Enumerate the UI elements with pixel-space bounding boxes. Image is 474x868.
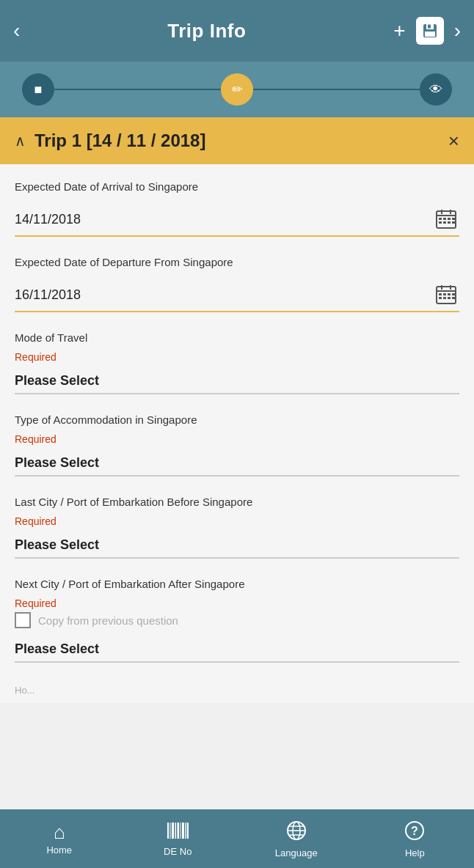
trip-header: ∧ Trip 1 [14 / 11 / 2018] × — [0, 117, 474, 164]
accommodation-placeholder: Please Select — [15, 455, 459, 471]
form-content: Expected Date of Arrival to Singapore 14… — [0, 164, 474, 703]
barcode-icon — [167, 821, 189, 843]
language-icon — [285, 820, 307, 845]
svg-rect-9 — [443, 218, 446, 220]
mode-of-travel-group: Mode of Travel Required Please Select — [15, 330, 459, 394]
accommodation-select[interactable]: Please Select — [15, 448, 459, 477]
trip-title: Trip 1 [14 / 11 / 2018] — [34, 130, 440, 151]
svg-rect-34 — [182, 823, 184, 839]
nav-home-label: Home — [46, 845, 72, 856]
mode-select[interactable]: Please Select — [15, 366, 459, 394]
last-city-label: Last City / Port of Embarkation Before S… — [15, 494, 459, 510]
svg-rect-31 — [175, 823, 177, 839]
home-icon: ⌂ — [54, 823, 65, 842]
svg-rect-15 — [452, 221, 455, 224]
nav-language[interactable]: Language — [237, 809, 356, 868]
next-city-group: Next City / Port of Embarkation After Si… — [15, 576, 459, 663]
mode-required: Required — [15, 351, 459, 363]
svg-rect-35 — [186, 823, 187, 839]
step1-icon: ■ — [34, 82, 43, 98]
svg-rect-21 — [443, 293, 446, 295]
departure-date-value: 16/11/2018 — [15, 287, 433, 303]
last-city-select[interactable]: Please Select — [15, 530, 459, 559]
last-city-placeholder: Please Select — [15, 537, 459, 553]
departure-calendar-icon[interactable] — [433, 282, 459, 308]
svg-text:?: ? — [411, 825, 418, 837]
svg-rect-36 — [187, 823, 189, 839]
progress-line-2 — [253, 89, 420, 90]
svg-rect-30 — [172, 823, 174, 839]
progress-step-2[interactable]: ✏ — [221, 73, 253, 106]
copy-checkbox[interactable] — [15, 612, 31, 628]
arrival-label: Expected Date of Arrival to Singapore — [15, 179, 459, 194]
arrival-date-group: Expected Date of Arrival to Singapore 14… — [15, 179, 459, 237]
header-actions: + › — [393, 17, 461, 45]
svg-rect-8 — [439, 218, 442, 220]
arrival-date-input[interactable]: 14/11/2018 — [15, 200, 459, 237]
svg-rect-3 — [425, 32, 435, 37]
progress-bar: ■ ✏ 👁 — [0, 62, 474, 117]
nav-language-label: Language — [275, 847, 318, 858]
help-icon: ? — [404, 820, 426, 845]
copy-checkbox-row: Copy from previous question — [15, 612, 459, 628]
save-button[interactable] — [416, 17, 444, 45]
mode-label: Mode of Travel — [15, 330, 459, 345]
page-title: Trip Info — [167, 20, 246, 43]
svg-rect-14 — [448, 221, 451, 224]
next-city-placeholder: Please Select — [15, 641, 459, 657]
svg-rect-12 — [439, 221, 442, 224]
nav-de-no-label: DE No — [164, 846, 192, 857]
accommodation-required: Required — [15, 433, 459, 445]
nav-de-no[interactable]: DE No — [119, 809, 238, 868]
svg-rect-10 — [448, 218, 451, 220]
svg-rect-29 — [170, 823, 171, 839]
next-button[interactable]: › — [454, 19, 461, 43]
svg-rect-32 — [178, 823, 180, 839]
app-header: ‹ Trip Info + › — [0, 0, 474, 62]
next-city-required: Required — [15, 597, 459, 609]
close-trip-button[interactable]: × — [448, 131, 459, 150]
accommodation-group: Type of Accommodation in Singapore Requi… — [15, 412, 459, 477]
arrival-date-value: 14/11/2018 — [15, 212, 433, 227]
svg-rect-33 — [181, 823, 181, 839]
back-button[interactable]: ‹ — [13, 19, 20, 43]
mode-placeholder: Please Select — [15, 373, 459, 389]
svg-rect-23 — [452, 293, 455, 295]
svg-rect-22 — [448, 293, 451, 295]
svg-rect-25 — [443, 297, 446, 299]
accommodation-label: Type of Accommodation in Singapore — [15, 412, 459, 427]
nav-home[interactable]: ⌂ Home — [0, 809, 119, 868]
svg-rect-2 — [428, 25, 431, 29]
collapse-chevron[interactable]: ∧ — [15, 132, 26, 150]
bottom-nav: ⌂ Home DE No — [0, 809, 474, 868]
step3-icon: 👁 — [429, 82, 442, 98]
svg-rect-11 — [452, 218, 455, 220]
progress-step-1[interactable]: ■ — [22, 73, 54, 106]
progress-step-3[interactable]: 👁 — [420, 73, 452, 106]
add-button[interactable]: + — [393, 19, 405, 43]
departure-date-input[interactable]: 16/11/2018 — [15, 276, 459, 312]
svg-rect-27 — [452, 297, 455, 299]
svg-rect-13 — [443, 221, 446, 224]
arrival-calendar-icon[interactable] — [433, 206, 459, 232]
svg-rect-20 — [439, 293, 442, 295]
step2-icon: ✏ — [232, 81, 243, 98]
next-city-select[interactable]: Please Select — [15, 634, 459, 663]
departure-date-group: Expected Date of Departure From Singapor… — [15, 254, 459, 312]
copy-label: Copy from previous question — [38, 614, 178, 627]
last-city-group: Last City / Port of Embarkation Before S… — [15, 494, 459, 559]
nav-help[interactable]: ? Help — [356, 809, 475, 868]
departure-label: Expected Date of Departure From Singapor… — [15, 254, 459, 270]
svg-rect-24 — [439, 297, 442, 299]
partial-hint: Ho... — [15, 680, 459, 703]
next-city-label: Next City / Port of Embarkation After Si… — [15, 576, 459, 592]
svg-rect-26 — [448, 297, 451, 299]
last-city-required: Required — [15, 515, 459, 527]
progress-line-1 — [54, 89, 221, 90]
svg-rect-28 — [167, 823, 169, 839]
nav-help-label: Help — [405, 847, 425, 858]
